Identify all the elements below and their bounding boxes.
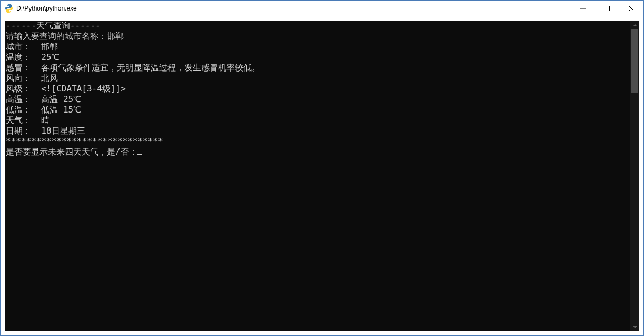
svg-rect-3 xyxy=(605,6,610,11)
scrollbar-up-button[interactable] xyxy=(630,21,639,29)
app-window: D:\Python\python.exe --- xyxy=(0,0,644,336)
console-line: 城市： 邯郸 xyxy=(6,42,629,52)
console-line: 温度： 25℃ xyxy=(6,52,629,63)
console-line: 感冒： 各项气象条件适宜，无明显降温过程，发生感冒机率较低。 xyxy=(6,63,629,73)
console-area: ------天气查询------ 请输入要查询的城市名称：邯郸 城市： 邯郸 温… xyxy=(1,16,643,335)
console-line: 日期： 18日星期三 xyxy=(6,126,629,136)
minimize-button[interactable] xyxy=(571,1,595,16)
console-line: 高温： 高温 25℃ xyxy=(6,94,629,105)
maximize-icon xyxy=(605,6,610,11)
close-button[interactable] xyxy=(619,1,643,16)
console-prompt: 是否要显示未来四天天气，是/否： xyxy=(6,147,137,157)
chevron-up-icon xyxy=(633,24,637,26)
vertical-scrollbar[interactable] xyxy=(630,21,639,331)
close-icon xyxy=(629,6,634,11)
console-line: 天气： 晴 xyxy=(6,115,629,126)
svg-point-0 xyxy=(8,5,9,6)
cursor xyxy=(137,154,142,155)
app-icon xyxy=(5,4,13,13)
scrollbar-thumb[interactable] xyxy=(631,29,638,93)
console-line: ------天气查询------ xyxy=(6,21,629,31)
console[interactable]: ------天气查询------ 请输入要查询的城市名称：邯郸 城市： 邯郸 温… xyxy=(5,21,630,331)
console-line: 风向： 北风 xyxy=(6,73,629,84)
window-controls xyxy=(571,1,643,16)
titlebar[interactable]: D:\Python\python.exe xyxy=(1,1,643,16)
svg-point-1 xyxy=(9,11,11,12)
console-line: 风级： <![CDATA[3-4级]]> xyxy=(6,84,629,94)
scrollbar-down-button[interactable] xyxy=(630,322,639,331)
console-line: 低温： 低温 15℃ xyxy=(6,105,629,115)
console-content: ------天气查询------ 请输入要查询的城市名称：邯郸 城市： 邯郸 温… xyxy=(5,21,630,157)
console-prompt-line: 是否要显示未来四天天气，是/否： xyxy=(6,147,629,157)
console-line: ******************************* xyxy=(6,136,629,147)
console-line: 请输入要查询的城市名称：邯郸 xyxy=(6,31,629,42)
chevron-down-icon xyxy=(633,326,637,328)
maximize-button[interactable] xyxy=(595,1,619,16)
minimize-icon xyxy=(580,6,586,11)
window-title: D:\Python\python.exe xyxy=(16,5,571,12)
